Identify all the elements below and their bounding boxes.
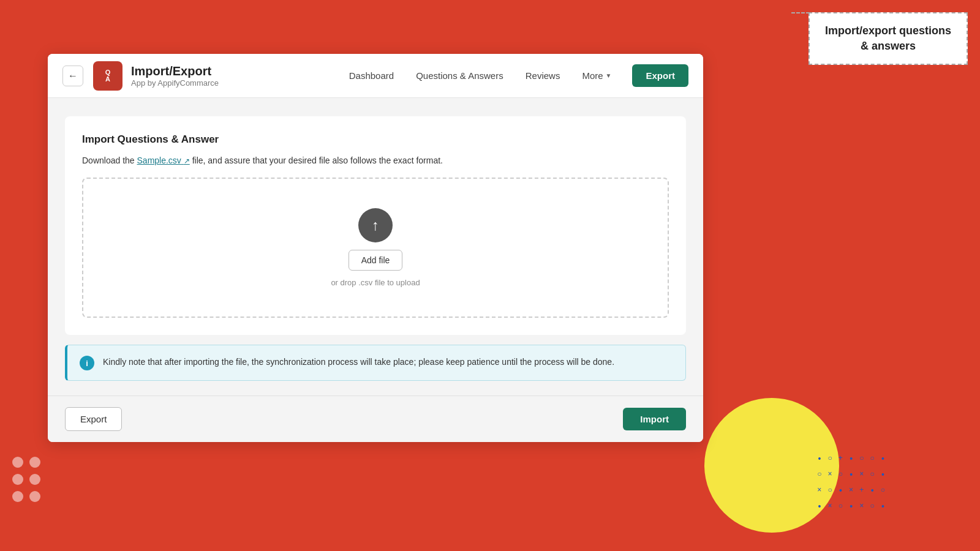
nav-item-questions-answers[interactable]: Questions & Answers (405, 66, 514, 86)
annotation-box: Import/export questions & answers (809, 12, 968, 65)
app-title: Import/Export (131, 64, 219, 78)
app-title-group: Import/Export App by AppifyCommarce (131, 64, 219, 88)
nav-item-dashboard[interactable]: Dashboard (338, 66, 405, 86)
decorative-dot-grid: • ○ + • ○ ○ • ○ × ○ • × ○ • × ○ • × + • … (817, 454, 885, 511)
app-window: ← Q A Import/Export App by AppifyCommarc… (48, 54, 703, 442)
import-title: Import Questions & Answer (82, 133, 669, 146)
chevron-down-icon: ▼ (606, 72, 612, 79)
footer-import-button[interactable]: Import (623, 408, 686, 430)
add-file-button[interactable]: Add file (349, 250, 403, 271)
footer-export-button[interactable]: Export (65, 407, 122, 431)
desc-prefix: Download the (82, 156, 137, 165)
logo-a: A (105, 76, 110, 83)
upload-icon: ↑ (358, 208, 393, 242)
nav-item-more[interactable]: More ▼ (571, 66, 622, 86)
app-content: Import Questions & Answer Download the S… (48, 98, 703, 395)
annotation-title: Import/export questions & answers (825, 24, 951, 52)
nav-item-reviews[interactable]: Reviews (514, 66, 571, 86)
decorative-dots-left (12, 457, 40, 502)
app-subtitle: App by AppifyCommarce (131, 78, 219, 88)
app-footer: Export Import (48, 395, 703, 442)
sample-csv-link[interactable]: Sample.csv ↗ (137, 156, 190, 165)
back-button[interactable]: ← (62, 66, 83, 86)
desc-suffix: file, and assure that your desired file … (190, 156, 443, 165)
drop-hint-text: or drop .csv file to upload (331, 278, 420, 287)
import-card: Import Questions & Answer Download the S… (65, 116, 686, 335)
import-description: Download the Sample.csv ↗ file, and assu… (82, 156, 669, 165)
nav-items: Dashboard Questions & Answers Reviews Mo… (243, 66, 622, 86)
back-arrow-icon: ← (68, 70, 78, 81)
info-message: Kindly note that after importing the fil… (103, 355, 614, 369)
app-logo: Q A (93, 61, 123, 91)
sample-link-text: Sample.csv (137, 156, 181, 165)
file-drop-zone[interactable]: ↑ Add file or drop .csv file to upload (82, 178, 669, 318)
external-link-icon: ↗ (184, 157, 190, 165)
header-export-button[interactable]: Export (632, 64, 688, 87)
nav-more-label: More (582, 70, 603, 81)
info-icon: i (80, 356, 94, 370)
logo-q: Q (105, 69, 111, 76)
info-banner: i Kindly note that after importing the f… (65, 345, 686, 381)
app-header: ← Q A Import/Export App by AppifyCommarc… (48, 54, 703, 98)
upload-arrow-icon: ↑ (372, 218, 379, 233)
